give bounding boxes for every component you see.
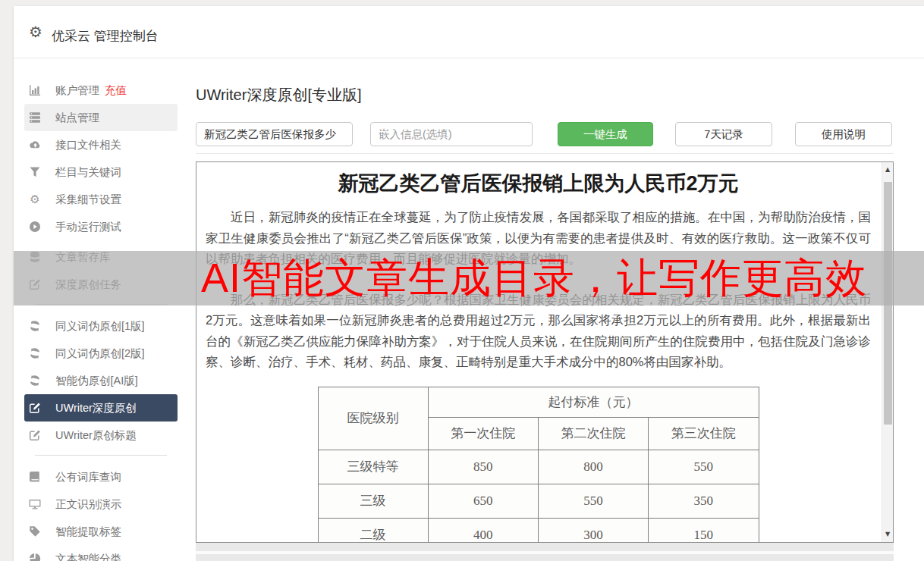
gears-icon: ⚙ (29, 193, 41, 205)
funnel-icon (29, 166, 41, 178)
app-title: 优采云 管理控制台 (52, 27, 159, 45)
recharge-badge[interactable]: 充值 (105, 83, 127, 98)
table-row: 二级 400 300 150 (318, 518, 759, 543)
sidebar-item-label: UWriter原创标题 (55, 428, 137, 443)
article-scrollbar[interactable]: ▲ ▼ (882, 162, 893, 542)
sidebar-item-interface-files[interactable]: 接口文件相关 (24, 131, 178, 158)
sidebar-item-columns-keywords[interactable]: 栏目与关键词 (24, 158, 178, 186)
sidebar-item-label: 正文识别演示 (55, 497, 121, 512)
sidebar-item-tag-extract[interactable]: 智能提取标签 (24, 518, 178, 545)
promo-overlay-text: AI智能文章生成目录，让写作更高效 (201, 251, 867, 306)
controls-divider (196, 153, 894, 154)
sidebar-item-sites[interactable]: 站点管理 (24, 104, 178, 131)
tag-icon (29, 525, 41, 537)
scroll-down-arrow-icon[interactable]: ▼ (882, 528, 893, 541)
refresh-icon (29, 347, 41, 359)
edit-icon (29, 429, 41, 441)
sidebar-item-account[interactable]: 账户管理 充值 (24, 77, 178, 104)
hospital-deductible-table: 医院级别 起付标准（元） 第一次住院 第二次住院 第三次住院 三级特等 850 … (318, 387, 759, 544)
table-row: 三级 650 550 350 (318, 484, 759, 518)
sidebar-item-label: 账户管理 (55, 83, 99, 98)
sidebar-item-synonym-v1[interactable]: 同义词伪原创[1版] (24, 312, 178, 340)
article-preview-panel: 新冠乙类乙管后医保报销上限为人民币2万元 近日，新冠肺炎的疫情正在全球蔓延，为了… (196, 161, 894, 543)
sidebar-item-label: 站点管理 (55, 111, 99, 125)
edit-icon (29, 402, 41, 414)
sidebar-item-label: 公有词库查询 (55, 470, 121, 484)
gear-icon: ⚙ (29, 22, 42, 42)
pie-chart-icon (29, 553, 41, 561)
server-stack-icon (29, 111, 41, 124)
help-button[interactable]: 使用说明 (795, 122, 892, 146)
app-header: ⚙ 优采云 管理控制台 (14, 6, 924, 58)
sidebar-item-label: 智能提取标签 (55, 525, 121, 539)
sidebar-item-uwriter-deep[interactable]: UWriter深度原创 (24, 394, 178, 422)
sidebar-item-label: 采集细节设置 (55, 193, 121, 207)
scroll-up-arrow-icon[interactable]: ▲ (882, 164, 893, 176)
sidebar-item-label: 同义词伪原创[2版] (55, 346, 145, 361)
sidebar-item-collect-settings[interactable]: ⚙ 采集细节设置 (24, 186, 178, 213)
app-root: ⚙ 优采云 管理控制台 账户管理 充值 站点管理 接口文件相关 栏目与关键词 ⚙… (0, 0, 924, 561)
sidebar-item-label: 栏目与关键词 (55, 165, 121, 180)
table-sub-header: 第一次住院 (428, 417, 538, 450)
sidebar-item-label: 智能伪原创[AI版] (55, 374, 138, 388)
sidebar-item-label: UWriter深度原创 (55, 401, 137, 415)
cloud-upload-icon (29, 139, 41, 151)
bar-chart-icon (29, 84, 41, 96)
sidebar-item-smart-ai[interactable]: 智能伪原创[AI版] (24, 367, 178, 394)
table-row: 三级特等 850 800 550 (318, 450, 759, 484)
sidebar-item-synonym-v2[interactable]: 同义词伪原创[2版] (24, 340, 178, 367)
sidebar: 账户管理 充值 站点管理 接口文件相关 栏目与关键词 ⚙ 采集细节设置 手动运行… (14, 59, 188, 561)
table-sub-header: 第二次住院 (538, 417, 648, 450)
table-corner-header: 医院级别 (318, 387, 428, 450)
refresh-icon (29, 320, 41, 332)
history-button[interactable]: 7天记录 (675, 122, 772, 146)
generate-button[interactable]: 一键生成 (558, 122, 653, 146)
book-icon (29, 471, 41, 483)
monitor-icon (29, 498, 41, 510)
sidebar-item-label: 接口文件相关 (55, 138, 121, 152)
article-title: 新冠乙类乙管后医保报销上限为人民币2万元 (206, 170, 871, 197)
sidebar-item-label: 同义词伪原创[1版] (55, 319, 145, 334)
keyword-input[interactable] (196, 122, 353, 146)
controls-row: 一键生成 7天记录 使用说明 (196, 122, 894, 146)
below-article-strip (196, 543, 894, 561)
embed-info-input[interactable] (370, 122, 533, 146)
promo-overlay-banner: AI智能文章生成目录，让写作更高效 (14, 251, 924, 306)
table-group-header: 起付标准（元） (428, 387, 759, 417)
refresh-icon (29, 375, 41, 387)
sidebar-item-body-recognition[interactable]: 正文识别演示 (24, 490, 178, 518)
table-sub-header: 第三次住院 (649, 417, 759, 450)
sidebar-item-manual-test[interactable]: 手动运行测试 (24, 213, 178, 240)
play-circle-icon (29, 221, 41, 233)
sidebar-item-label: 手动运行测试 (55, 220, 121, 234)
sidebar-item-text-classify[interactable]: 文本智能分类 (24, 545, 178, 561)
below-article-band (196, 551, 894, 554)
sidebar-item-label: 文本智能分类 (55, 552, 121, 561)
sidebar-item-uwriter-title[interactable]: UWriter原创标题 (24, 422, 178, 449)
sidebar-item-public-lexicon[interactable]: 公有词库查询 (24, 463, 178, 490)
page-title: UWriter深度原创[专业版] (196, 85, 362, 105)
sidebar-divider (35, 455, 167, 456)
